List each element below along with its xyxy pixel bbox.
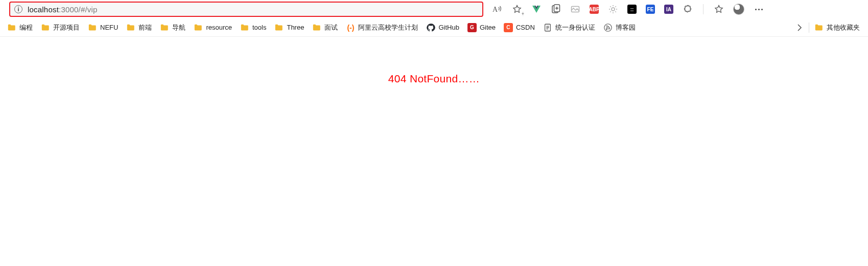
collections-icon[interactable] — [551, 4, 561, 14]
bookmark-folder[interactable]: 导航 — [156, 21, 190, 34]
github-icon — [426, 23, 435, 32]
bookmark-folder[interactable]: 面试 — [308, 21, 342, 34]
bookmark-github[interactable]: GitHub — [422, 21, 463, 34]
bookmark-folder[interactable]: Three — [270, 21, 308, 34]
bookmark-other-folder[interactable]: 其他收藏夹 — [810, 21, 864, 34]
vue-devtools-icon[interactable] — [531, 4, 542, 14]
bookmark-cnblogs[interactable]: 博客园 — [599, 21, 640, 34]
fe-helper-icon[interactable]: FE — [646, 5, 655, 14]
toolbar-separator — [703, 4, 703, 14]
site-info-icon[interactable] — [14, 5, 22, 13]
cnblogs-icon — [603, 23, 613, 32]
bookmark-gitee[interactable]: GGitee — [463, 21, 500, 34]
bookmark-aliyun[interactable]: (-)阿里云高校学生计划 — [342, 21, 422, 34]
bookmark-sso[interactable]: 统一身份认证 — [539, 21, 599, 34]
address-row: localhost:3000/#/vip ABP :: FE IA — [0, 0, 868, 18]
browser-chrome: localhost:3000/#/vip ABP :: FE IA 编程 开源项… — [0, 0, 868, 266]
settings-menu-icon[interactable] — [754, 4, 764, 14]
bookmarks-bar: 编程 开源项目 NEFU 前端 导航 resource tools Three … — [0, 18, 868, 37]
aliyun-icon: (-) — [346, 23, 355, 32]
gitee-icon: G — [467, 23, 477, 32]
bookmarks-separator — [809, 23, 809, 33]
toolbar-icons: ABP :: FE IA — [492, 4, 764, 15]
address-bar[interactable]: localhost:3000/#/vip — [9, 2, 483, 17]
bookmark-folder[interactable]: 开源项目 — [37, 21, 84, 34]
bookmark-folder[interactable]: 前端 — [122, 21, 156, 34]
extensions-puzzle-icon[interactable] — [683, 4, 693, 14]
adblock-icon[interactable]: ABP — [590, 5, 599, 14]
bookmark-folder[interactable]: tools — [236, 21, 270, 34]
csdn-icon: C — [504, 23, 513, 32]
profile-avatar[interactable] — [733, 4, 744, 15]
extension-dots-icon[interactable]: :: — [627, 5, 637, 14]
page-viewport: 404 NotFound…… — [0, 37, 868, 266]
not-found-text: 404 NotFound…… — [0, 37, 868, 85]
favorites-list-icon[interactable] — [714, 4, 724, 14]
screenshot-icon[interactable] — [570, 4, 580, 14]
ia-extension-icon[interactable]: IA — [664, 5, 673, 14]
extension-gear-icon[interactable] — [608, 4, 618, 14]
bookmark-folder[interactable]: NEFU — [84, 21, 122, 34]
bookmark-folder[interactable]: 编程 — [3, 21, 37, 34]
read-aloud-icon[interactable] — [492, 4, 503, 14]
document-icon — [543, 23, 552, 32]
bookmark-folder[interactable]: resource — [190, 21, 236, 34]
favorite-star-icon[interactable] — [512, 4, 522, 14]
bookmarks-overflow-chevron-icon[interactable] — [794, 23, 805, 33]
url-text: localhost:3000/#/vip — [28, 5, 98, 14]
bookmark-csdn[interactable]: CCSDN — [500, 21, 539, 34]
